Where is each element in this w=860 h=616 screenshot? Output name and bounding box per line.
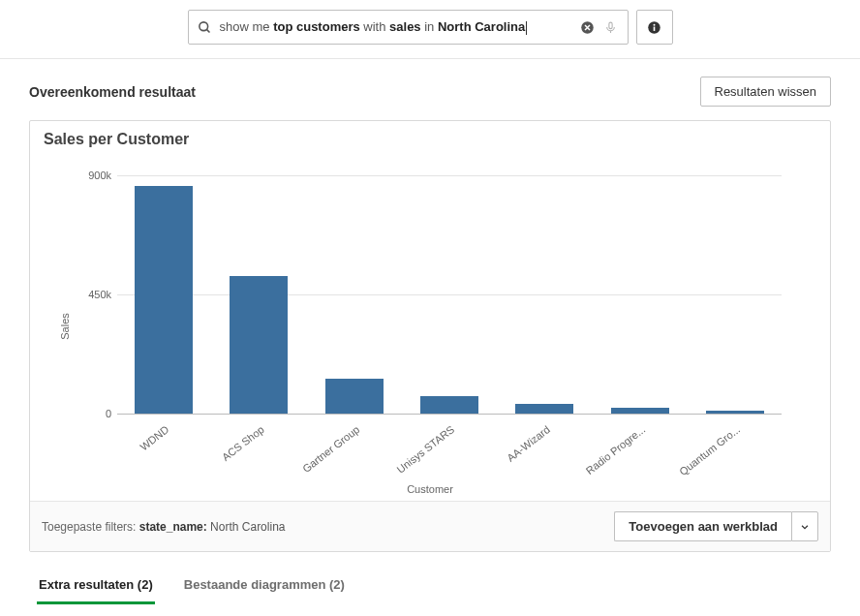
search-input[interactable]: show me top customers with sales in Nort…	[188, 10, 629, 45]
y-tick-label: 900k	[75, 169, 111, 181]
bar-column: Unisys STARS	[416, 175, 482, 414]
bar-column: Gartner Group	[322, 175, 387, 414]
x-axis-title: Customer	[30, 483, 830, 495]
result-tabs: Extra resultaten (2) Bestaande diagramme…	[29, 552, 831, 604]
svg-point-5	[654, 23, 656, 25]
bar-column: Quantum Gro...	[702, 175, 768, 414]
footer-actions: Toevoegen aan werkblad	[614, 511, 818, 541]
x-tick-label: Radio Progre...	[583, 423, 647, 477]
chart-area: Sales 0450k900kWDNDACS ShopGartner Group…	[30, 152, 830, 501]
search-query-text: show me top customers with sales in Nort…	[214, 19, 579, 35]
bar-column: WDND	[131, 175, 197, 414]
tab-extra-results[interactable]: Extra resultaten (2)	[37, 570, 155, 604]
applied-filters: Toegepaste filters: state_name: North Ca…	[42, 520, 285, 534]
chevron-down-icon	[800, 522, 810, 532]
microphone-icon[interactable]	[602, 18, 620, 36]
x-tick-label: Gartner Group	[300, 423, 361, 475]
svg-rect-3	[609, 22, 612, 28]
result-chart-card: Sales per Customer Sales 0450k900kWDNDAC…	[29, 120, 831, 552]
info-button[interactable]	[636, 10, 673, 45]
svg-rect-6	[654, 26, 656, 30]
bar[interactable]	[706, 411, 764, 414]
y-axis-title: Sales	[59, 313, 71, 340]
filters-label: Toegepaste filters:	[42, 520, 136, 534]
filter-key: state_name:	[139, 520, 207, 534]
x-tick-label: Unisys STARS	[394, 423, 456, 476]
content-area: Overeenkomend resultaat Resultaten wisse…	[0, 59, 860, 604]
card-footer: Toegepaste filters: state_name: North Ca…	[30, 501, 830, 551]
chart-header: Sales per Customer	[30, 121, 830, 152]
matching-result-label: Overeenkomend resultaat	[29, 84, 196, 100]
y-tick-label: 0	[75, 408, 111, 419]
x-tick-label: AA-Wizard	[505, 423, 552, 464]
bar[interactable]	[135, 186, 193, 414]
bar[interactable]	[230, 276, 288, 414]
results-header: Overeenkomend resultaat Resultaten wisse…	[29, 77, 831, 107]
tab-existing-charts[interactable]: Bestaande diagrammen (2)	[182, 570, 347, 604]
x-tick-label: WDND	[138, 423, 170, 453]
add-to-sheet-dropdown[interactable]	[791, 511, 818, 541]
bar-column: AA-Wizard	[511, 175, 577, 414]
svg-line-1	[206, 29, 209, 32]
chart-title: Sales per Customer	[44, 131, 816, 148]
bar[interactable]	[420, 396, 478, 414]
grid-line	[117, 414, 782, 415]
search-icon	[197, 18, 214, 36]
bar-column: ACS Shop	[226, 175, 292, 414]
svg-point-0	[200, 21, 208, 30]
bar[interactable]	[325, 379, 384, 414]
bars-container: WDNDACS ShopGartner GroupUnisys STARSAA-…	[117, 175, 782, 414]
bar[interactable]	[611, 408, 669, 414]
search-wrap: show me top customers with sales in Nort…	[188, 10, 673, 45]
chart-plot: 0450k900kWDNDACS ShopGartner GroupUnisys…	[117, 175, 782, 414]
clear-results-button[interactable]: Resultaten wissen	[700, 77, 832, 107]
top-bar: show me top customers with sales in Nort…	[0, 0, 860, 59]
x-tick-label: Quantum Gro...	[677, 423, 742, 477]
y-tick-label: 450k	[75, 289, 111, 300]
bar-column: Radio Progre...	[606, 175, 672, 414]
x-tick-label: ACS Shop	[220, 423, 266, 463]
add-to-sheet-button[interactable]: Toevoegen aan werkblad	[614, 511, 791, 541]
clear-input-icon[interactable]	[579, 18, 597, 36]
bar[interactable]	[515, 404, 573, 414]
filter-value: North Carolina	[210, 520, 285, 534]
